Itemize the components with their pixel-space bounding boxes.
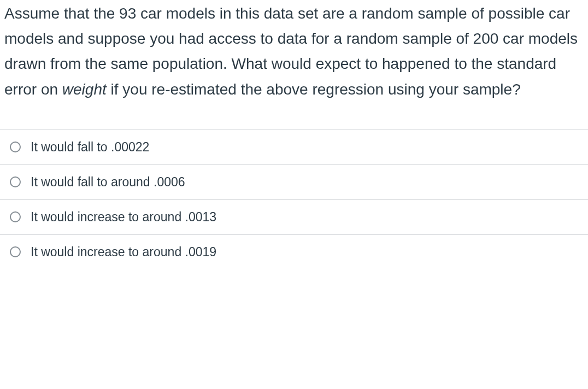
- answer-options: It would fall to .00022 It would fall to…: [0, 113, 588, 269]
- option-label: It would increase to around .0019: [31, 245, 216, 260]
- option-label: It would fall to around .0006: [31, 175, 185, 190]
- option-label: It would increase to around .0013: [31, 210, 216, 225]
- question-italic-term: weight: [62, 81, 107, 98]
- answer-option-2[interactable]: It would fall to around .0006: [0, 164, 588, 199]
- question-prompt: Assume that the 93 car models in this da…: [0, 0, 588, 113]
- radio-icon: [10, 246, 21, 257]
- radio-icon: [10, 176, 21, 187]
- radio-icon: [10, 142, 21, 152]
- radio-icon: [10, 211, 21, 222]
- answer-option-1[interactable]: It would fall to .00022: [0, 129, 588, 164]
- answer-option-3[interactable]: It would increase to around .0013: [0, 199, 588, 234]
- option-label: It would fall to .00022: [31, 140, 149, 155]
- answer-option-4[interactable]: It would increase to around .0019: [0, 234, 588, 269]
- question-text-part2: if you re-estimated the above regression…: [107, 81, 521, 98]
